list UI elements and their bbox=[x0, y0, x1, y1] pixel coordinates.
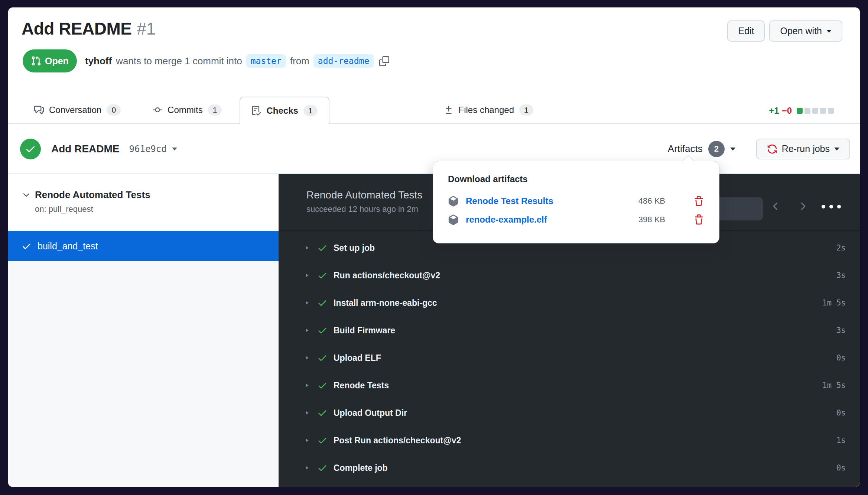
open-with-button[interactable]: Open with bbox=[769, 20, 842, 42]
tab-count: 1 bbox=[303, 105, 318, 116]
workflow-header: Renode Automated Tests on: pull_request bbox=[8, 174, 279, 231]
pr-tab-bar: Conversation 0 Commits 1 Checks 1 Files … bbox=[8, 97, 860, 124]
head-branch-label[interactable]: add-readme bbox=[313, 54, 374, 68]
commit-sha[interactable]: 961e9cd bbox=[129, 144, 167, 154]
step-name: Run actions/checkout@v2 bbox=[334, 271, 440, 281]
header-actions: Edit Open with bbox=[727, 20, 842, 42]
tab-checks[interactable]: Checks 1 bbox=[240, 97, 329, 124]
step-duration: 0s bbox=[836, 408, 846, 417]
sidebar-background bbox=[8, 261, 279, 487]
step-name: Upload ELF bbox=[334, 353, 381, 363]
chevron-down-icon[interactable] bbox=[172, 148, 177, 151]
delete-artifact-icon[interactable] bbox=[693, 214, 704, 225]
tab-label: Checks bbox=[266, 106, 298, 116]
diffstat-square bbox=[812, 108, 818, 114]
artifact-size: 398 KB bbox=[638, 215, 665, 224]
tab-count: 1 bbox=[208, 104, 222, 116]
step-duration: 0s bbox=[836, 463, 846, 472]
author-name[interactable]: tyhoff bbox=[85, 55, 112, 67]
kebab-menu-icon[interactable] bbox=[822, 205, 841, 208]
delete-artifact-icon[interactable] bbox=[693, 196, 704, 207]
tab-files-changed[interactable]: Files changed 1 bbox=[433, 97, 544, 123]
step-name: Post Run actions/checkout@v2 bbox=[334, 436, 461, 446]
pr-title: Add README bbox=[22, 19, 132, 38]
base-branch-label[interactable]: master bbox=[246, 54, 286, 68]
step-row[interactable]: Upload ELF 0s bbox=[303, 344, 846, 372]
diffstat-square bbox=[804, 108, 810, 114]
artifact-row: renode-example.elf 398 KB bbox=[448, 210, 704, 229]
chevron-down-icon[interactable] bbox=[22, 190, 31, 200]
step-row[interactable]: Post Run actions/checkout@v2 1s bbox=[303, 427, 846, 454]
sidebar-job-build-and-test[interactable]: build_and_test bbox=[8, 231, 279, 261]
expand-step-icon[interactable] bbox=[303, 464, 311, 472]
pr-number: #1 bbox=[137, 19, 156, 38]
git-pull-request-icon bbox=[31, 56, 41, 66]
tab-conversation[interactable]: Conversation 0 bbox=[23, 97, 132, 123]
check-icon bbox=[22, 241, 32, 251]
edit-button[interactable]: Edit bbox=[727, 20, 765, 42]
step-duration: 2s bbox=[836, 243, 846, 252]
artifact-download-link[interactable]: Renode Test Results bbox=[466, 196, 553, 206]
artifacts-dropdown[interactable]: Artifacts 2 bbox=[668, 141, 735, 157]
merge-summary: tyhoff wants to merge 1 commit into mast… bbox=[85, 54, 389, 68]
artifacts-popup-title: Download artifacts bbox=[448, 174, 704, 184]
tab-count: 0 bbox=[107, 104, 121, 116]
expand-step-icon[interactable] bbox=[303, 409, 311, 417]
diffstat: +1 −0 bbox=[769, 106, 834, 116]
copy-branch-icon[interactable] bbox=[379, 56, 389, 66]
artifact-row: Renode Test Results 486 KB bbox=[448, 192, 704, 210]
check-icon bbox=[317, 243, 328, 253]
expand-step-icon[interactable] bbox=[303, 299, 311, 307]
package-icon bbox=[448, 214, 459, 225]
expand-step-icon[interactable] bbox=[303, 244, 311, 252]
step-row[interactable]: Complete job 0s bbox=[303, 454, 846, 482]
tab-label: Commits bbox=[168, 105, 203, 115]
chevron-down-icon bbox=[730, 148, 735, 151]
status-badge: Open bbox=[23, 49, 77, 72]
check-success-icon bbox=[20, 139, 41, 159]
step-row[interactable]: Renode Tests 1m 5s bbox=[303, 372, 846, 399]
step-row[interactable]: Run actions/checkout@v2 3s bbox=[303, 262, 846, 289]
artifact-download-link[interactable]: renode-example.elf bbox=[466, 214, 547, 225]
check-icon bbox=[317, 408, 328, 418]
tab-commits[interactable]: Commits 1 bbox=[142, 97, 233, 123]
artifacts-label: Artifacts bbox=[668, 143, 703, 155]
workflow-sidebar: Renode Automated Tests on: pull_request … bbox=[8, 174, 279, 487]
diffstat-additions: +1 bbox=[769, 106, 779, 116]
expand-step-icon[interactable] bbox=[303, 354, 311, 362]
check-icon bbox=[317, 298, 328, 308]
check-run-title: Add README bbox=[51, 143, 120, 155]
tab-label: Conversation bbox=[49, 105, 101, 115]
status-badge-label: Open bbox=[45, 56, 69, 67]
step-name: Install arm-none-eabi-gcc bbox=[334, 298, 437, 308]
git-commit-icon bbox=[153, 105, 162, 115]
artifacts-popup: Download artifacts Renode Test Results 4… bbox=[433, 161, 719, 243]
pr-page-card: Add README#1 Edit Open with Open tyhoff … bbox=[8, 7, 860, 487]
check-icon bbox=[317, 435, 328, 446]
chevron-down-icon bbox=[834, 148, 839, 151]
expand-step-icon[interactable] bbox=[303, 327, 311, 334]
rerun-jobs-button[interactable]: Re-run jobs bbox=[756, 139, 850, 159]
step-name: Set up job bbox=[334, 243, 375, 253]
diffstat-square bbox=[828, 108, 834, 114]
check-header-actions: Artifacts 2 Re-run jobs bbox=[668, 139, 850, 159]
step-duration: 0s bbox=[836, 353, 846, 362]
check-icon bbox=[317, 325, 328, 336]
expand-step-icon[interactable] bbox=[303, 437, 311, 444]
job-steps-list: Set up job 2s Run actions/checkout@v2 3s… bbox=[279, 231, 860, 482]
step-duration: 1s bbox=[836, 436, 846, 445]
step-duration: 1m 5s bbox=[822, 381, 846, 390]
expand-step-icon[interactable] bbox=[303, 382, 311, 389]
tab-spacer bbox=[329, 97, 433, 123]
step-row[interactable]: Install arm-none-eabi-gcc 1m 5s bbox=[303, 289, 846, 317]
chevron-left-icon[interactable] bbox=[770, 200, 782, 212]
chevron-right-icon[interactable] bbox=[797, 200, 809, 212]
expand-step-icon[interactable] bbox=[303, 272, 311, 279]
step-row[interactable]: Build Firmware 3s bbox=[303, 317, 846, 344]
diffstat-square bbox=[797, 108, 803, 114]
check-icon bbox=[317, 270, 328, 281]
diffstat-deletions: −0 bbox=[782, 106, 792, 116]
step-name: Upload Output Dir bbox=[334, 408, 407, 418]
tab-label: Files changed bbox=[459, 105, 514, 115]
step-row[interactable]: Upload Output Dir 0s bbox=[303, 399, 846, 427]
